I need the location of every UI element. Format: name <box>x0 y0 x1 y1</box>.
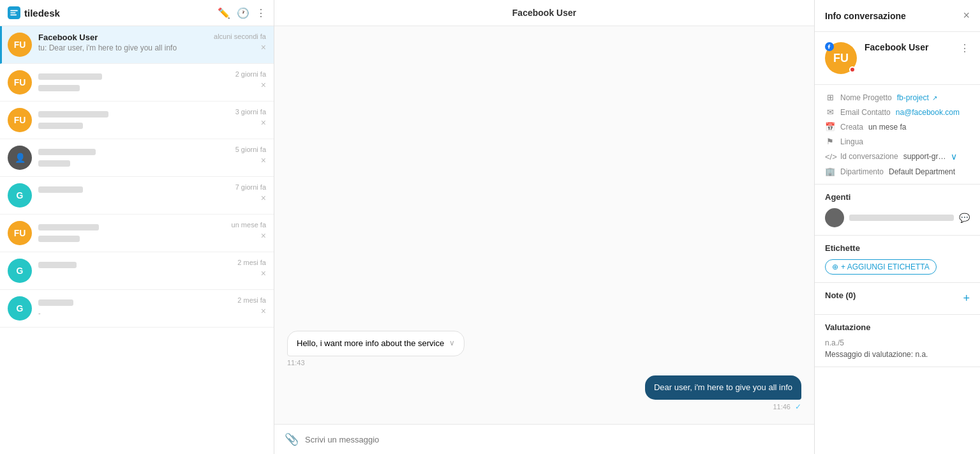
conv-content: - <box>38 296 266 317</box>
conv-meta: 2 mesi fa × <box>237 296 266 315</box>
conv-content <box>38 183 266 205</box>
avatar: G <box>8 183 32 208</box>
conv-time: 5 giorni fa <box>235 146 266 153</box>
info-user-name: Facebook User <box>865 42 952 52</box>
main-chat: Facebook User Hello, i want more info ab… <box>274 0 814 454</box>
attach-icon[interactable]: 📎 <box>285 432 299 446</box>
logo: tiledesk <box>8 6 218 19</box>
info-user-section: FU Facebook User ⋮ <box>815 32 980 85</box>
email-value[interactable]: na@facebook.com <box>896 108 960 117</box>
avatar: 👤 <box>8 146 32 170</box>
conversation-item[interactable]: FU 3 giorni fa × <box>0 102 274 139</box>
conv-preview <box>38 147 266 156</box>
conv-meta: un mese fa × <box>232 221 266 240</box>
close-conv-button[interactable]: × <box>261 269 266 278</box>
department-icon: 🏢 <box>825 167 835 176</box>
department-row: 🏢 Dipartimento Default Department <box>825 167 970 176</box>
notes-section: Note (0) + <box>815 283 980 315</box>
close-info-panel-button[interactable]: × <box>963 9 970 22</box>
created-label: Creata <box>840 123 863 132</box>
chat-header-title: Facebook User <box>512 8 576 18</box>
add-note-button[interactable]: + <box>963 292 970 305</box>
history-icon[interactable]: 🕐 <box>237 7 249 19</box>
add-tag-button[interactable]: ⊕ + AGGIUNGI ETICHETTA <box>825 259 937 275</box>
info-user-avatar: FU <box>825 42 857 74</box>
avatar-initials: 👤 <box>15 153 26 163</box>
avatar: FU <box>8 70 32 95</box>
message-text: Hello, i want more info about the servic… <box>297 338 444 349</box>
conversation-item[interactable]: G - 2 mesi fa × <box>0 290 274 328</box>
department-label: Dipartimento <box>840 167 884 176</box>
tags-title: Etichette <box>825 243 970 253</box>
rating-message-label: Messaggio di valutazione: <box>825 350 913 359</box>
conv-content <box>38 259 266 269</box>
close-conv-button[interactable]: × <box>261 80 266 89</box>
message-text: Dear user, i'm here to give you all info <box>654 382 792 392</box>
tags-section: Etichette ⊕ + AGGIUNGI ETICHETTA <box>815 236 980 283</box>
incoming-message: Hello, i want more info about the servic… <box>287 331 464 367</box>
close-conv-button[interactable]: × <box>261 118 266 127</box>
conversation-list: FU Facebook User tu: Dear user, i'm here… <box>0 26 274 454</box>
conv-time: 2 mesi fa <box>237 296 266 304</box>
close-conv-button[interactable]: × <box>261 306 266 315</box>
sidebar: tiledesk ✏️ 🕐 ⋮ FU Facebook User tu: Dea… <box>0 0 274 454</box>
email-row: ✉ Email Contatto na@facebook.com <box>825 107 970 117</box>
more-icon[interactable]: ⋮ <box>256 7 266 19</box>
avatar: FU <box>8 221 32 245</box>
conv-meta: 5 giorni fa × <box>235 146 266 165</box>
project-value: fb-project ↗ <box>897 93 937 102</box>
add-tag-label: + AGGIUNGI ETICHETTA <box>841 262 930 271</box>
email-label: Email Contatto <box>840 108 891 117</box>
conversation-item[interactable]: FU un mese fa × <box>0 215 274 252</box>
conversation-item[interactable]: FU Facebook User tu: Dear user, i'm here… <box>0 26 274 64</box>
conv-time: 2 giorni fa <box>235 70 266 78</box>
close-conv-button[interactable]: × <box>261 43 266 52</box>
logo-icon <box>8 6 20 19</box>
chat-messages: Hello, i want more info about the servic… <box>274 26 814 424</box>
conv-preview <box>38 158 266 167</box>
outgoing-message: Dear user, i'm here to give you all info… <box>645 375 801 411</box>
id-expand-icon[interactable]: ∨ <box>951 151 957 162</box>
external-link-icon[interactable]: ↗ <box>932 95 937 102</box>
rating-title: Valutazione <box>825 322 970 332</box>
conversation-item[interactable]: FU 2 giorni fa × <box>0 64 274 102</box>
agent-name <box>849 215 954 221</box>
conv-time: 3 giorni fa <box>235 108 266 116</box>
user-menu-icon[interactable]: ⋮ <box>960 42 970 54</box>
conv-content <box>38 70 266 92</box>
message-bubble: Dear user, i'm here to give you all info <box>645 375 801 400</box>
notes-header: Note (0) + <box>825 291 970 306</box>
agents-section: Agenti 💬 <box>815 185 980 236</box>
conv-time: 7 giorni fa <box>235 183 266 191</box>
conv-preview <box>38 72 266 80</box>
id-label: Id conversazione <box>840 152 898 161</box>
message-dropdown-icon[interactable]: ∨ <box>449 338 455 349</box>
email-icon: ✉ <box>825 107 835 117</box>
message-input[interactable] <box>305 435 804 444</box>
project-row: ⊞ Nome Progetto fb-project ↗ <box>825 93 970 102</box>
conv-time: 2 mesi fa <box>237 259 266 266</box>
conversation-item[interactable]: 👤 5 giorni fa × <box>0 139 274 177</box>
info-user-details: Facebook User <box>865 42 952 52</box>
created-row: 📅 Creata un mese fa <box>825 122 970 132</box>
avatar: FU <box>8 33 32 57</box>
conversation-item[interactable]: G 7 giorni fa × <box>0 177 274 215</box>
conversation-item[interactable]: G 2 mesi fa × <box>0 252 274 290</box>
conv-preview: - <box>38 309 266 317</box>
id-row: </> Id conversazione support-gr… ∨ <box>825 151 970 162</box>
conv-preview <box>38 109 266 118</box>
agent-message-icon[interactable]: 💬 <box>959 213 970 223</box>
language-row: ⚑ Lingua <box>825 137 970 146</box>
close-conv-button[interactable]: × <box>261 231 266 240</box>
info-avatar-text: FU <box>833 52 849 65</box>
edit-icon[interactable]: ✏️ <box>218 7 230 19</box>
close-conv-button[interactable]: × <box>261 156 266 165</box>
close-conv-button[interactable]: × <box>261 193 266 202</box>
rating-section: Valutazione n.a./5 Messaggio di valutazi… <box>815 315 980 367</box>
conv-preview <box>38 185 266 193</box>
avatar: FU <box>8 108 32 132</box>
conv-meta: 2 giorni fa × <box>235 70 266 89</box>
read-receipt-icon: ✓ <box>795 402 801 411</box>
facebook-badge-icon <box>825 42 834 51</box>
code-icon: </> <box>825 152 835 162</box>
